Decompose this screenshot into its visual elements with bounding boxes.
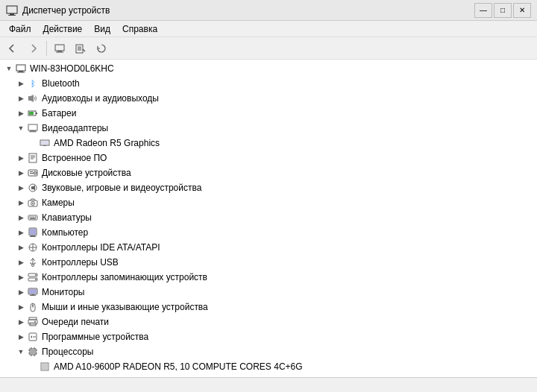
maximize-button[interactable]: □ — [494, 3, 512, 18]
tree-item-mice[interactable]: Мыши и иные указывающие устройства — [0, 300, 537, 314]
svg-rect-10 — [16, 65, 25, 71]
label-keyboard: Клавиатуры — [42, 212, 92, 223]
minimize-button[interactable]: — — [474, 3, 492, 18]
device-tree[interactable]: WIN-83HOD0L6KHC ᛒ Bluetooth Аудиовходы и… — [0, 60, 537, 377]
tree-item-cpu[interactable]: Процессоры — [0, 344, 537, 359]
tree-item-usb[interactable]: Контроллеры USB — [0, 255, 537, 270]
label-sound: Звуковые, игровые и видеоустройства — [42, 183, 201, 193]
tree-item-video[interactable]: Видеоадаптеры — [0, 121, 537, 136]
expand-bluetooth[interactable] — [15, 78, 27, 89]
menu-file[interactable]: Файл — [3, 22, 37, 36]
tree-item-software[interactable]: Программные устройства — [0, 329, 537, 344]
tree-item-battery[interactable]: Батареи — [0, 106, 537, 121]
tree-item-monitors[interactable]: Мониторы — [0, 285, 537, 300]
expand-mice[interactable] — [15, 301, 27, 313]
tree-item-print[interactable]: Очереди печати — [0, 314, 537, 329]
app-icon — [6, 4, 18, 16]
icon-keyboard — [27, 212, 39, 224]
expand-cpu[interactable] — [15, 346, 27, 358]
tree-item-keyboard[interactable]: Клавиатуры — [0, 210, 537, 225]
svg-rect-18 — [28, 124, 37, 130]
expand-software[interactable] — [15, 331, 27, 343]
icon-storage — [27, 271, 39, 283]
label-cpu2: AMD A10-9600P RADEON R5, 10 COMPUTE CORE… — [54, 376, 303, 377]
svg-rect-1 — [10, 13, 14, 15]
tree-item-firmware[interactable]: Встроенное ПО — [0, 151, 537, 165]
expand-keyboard[interactable] — [15, 212, 27, 224]
label-audio: Аудиовходы и аудиовыходы — [42, 93, 159, 104]
icon-bluetooth: ᛒ — [27, 78, 39, 89]
tree-item-root[interactable]: WIN-83HOD0L6KHC — [0, 61, 537, 76]
label-battery: Батареи — [42, 108, 76, 118]
icon-battery — [27, 107, 39, 119]
tree-item-cpu1[interactable]: AMD A10-9600P RADEON R5, 10 COMPUTE CORE… — [0, 359, 537, 374]
menu-bar: Файл Действие Вид Справка — [0, 21, 537, 37]
icon-ide — [27, 241, 39, 253]
expand-battery[interactable] — [15, 107, 27, 119]
toolbar-computer[interactable] — [50, 39, 69, 57]
tree-item-disk[interactable]: Дисковые устройства — [0, 165, 537, 180]
tree-item-ide[interactable]: Контроллеры IDE ATA/ATAPI — [0, 240, 537, 255]
toolbar-back[interactable] — [3, 39, 22, 57]
expand-firmware[interactable] — [15, 152, 27, 164]
icon-disk — [27, 167, 39, 179]
icon-software — [27, 331, 39, 343]
expand-audio[interactable] — [15, 92, 27, 104]
expand-ide[interactable] — [15, 241, 27, 253]
expand-disk[interactable] — [15, 167, 27, 179]
svg-rect-46 — [30, 236, 36, 237]
expand-amd — [27, 137, 39, 149]
expand-cameras[interactable] — [15, 197, 27, 209]
svg-rect-23 — [43, 145, 46, 146]
svg-rect-68 — [31, 350, 35, 354]
svg-rect-12 — [17, 72, 25, 73]
toolbar-refresh[interactable] — [92, 39, 111, 57]
menu-action[interactable]: Действие — [37, 22, 89, 36]
tree-item-amd[interactable]: AMD Radeon R5 Graphics — [0, 136, 537, 151]
svg-point-60 — [32, 305, 34, 306]
svg-rect-44 — [30, 229, 36, 235]
tree-item-audio[interactable]: Аудиовходы и аудиовыходы — [0, 91, 537, 106]
icon-print — [27, 316, 39, 328]
toolbar-forward[interactable] — [24, 39, 43, 57]
toolbar-properties[interactable] — [71, 39, 90, 57]
expand-root[interactable] — [3, 63, 15, 75]
expand-video[interactable] — [15, 122, 27, 134]
expand-print[interactable] — [15, 316, 27, 328]
expand-storage[interactable] — [15, 271, 27, 283]
svg-rect-40 — [34, 217, 35, 218]
tree-item-bluetooth[interactable]: ᛒ Bluetooth — [0, 76, 537, 91]
icon-computer — [27, 227, 39, 238]
toolbar-sep1 — [46, 41, 47, 56]
label-usb: Контроллеры USB — [42, 257, 119, 268]
menu-view[interactable]: Вид — [88, 22, 116, 36]
expand-sound[interactable] — [15, 182, 27, 194]
label-software: Программные устройства — [42, 332, 148, 342]
menu-help[interactable]: Справка — [116, 22, 163, 36]
svg-rect-78 — [42, 364, 48, 370]
tree-item-sound[interactable]: Звуковые, игровые и видеоустройства — [0, 180, 537, 195]
label-video: Видеоадаптеры — [42, 123, 108, 133]
svg-rect-20 — [29, 132, 37, 133]
label-amd: AMD Radeon R5 Graphics — [54, 138, 160, 148]
title-bar-controls: — □ ✕ — [474, 3, 531, 18]
expand-usb[interactable] — [15, 256, 27, 268]
svg-rect-4 — [57, 51, 62, 52]
svg-marker-14 — [31, 95, 34, 102]
svg-rect-45 — [31, 235, 35, 236]
svg-rect-56 — [29, 289, 37, 294]
svg-rect-5 — [56, 51, 63, 52]
close-button[interactable]: ✕ — [513, 3, 531, 18]
svg-rect-38 — [30, 217, 31, 218]
icon-root — [15, 63, 27, 75]
svg-rect-0 — [7, 6, 17, 13]
svg-rect-13 — [28, 96, 31, 101]
label-cpu1: AMD A10-9600P RADEON R5, 10 COMPUTE CORE… — [54, 361, 303, 372]
tree-item-cameras[interactable]: Камеры — [0, 195, 537, 210]
expand-computer[interactable] — [15, 227, 27, 238]
tree-item-storage[interactable]: Контроллеры запоминающих устройств — [0, 270, 537, 285]
expand-monitors[interactable] — [15, 286, 27, 298]
tree-item-computer[interactable]: Компьютер — [0, 225, 537, 240]
svg-rect-3 — [55, 45, 64, 51]
svg-rect-24 — [29, 154, 37, 162]
